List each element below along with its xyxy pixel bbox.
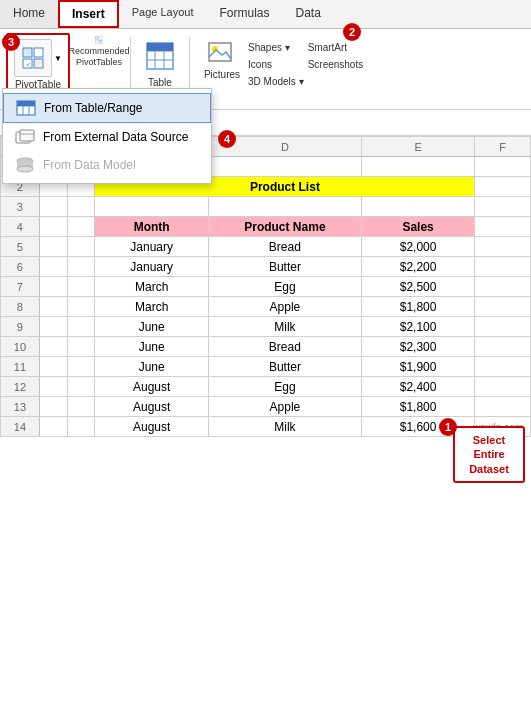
tab-insert[interactable]: Insert	[58, 0, 119, 28]
cell-d3[interactable]	[209, 197, 362, 217]
cell-c8[interactable]: March	[95, 297, 209, 317]
cell-a11[interactable]	[39, 357, 67, 377]
cell-c10[interactable]: June	[95, 337, 209, 357]
cell-a12[interactable]	[39, 377, 67, 397]
cell-f4[interactable]	[475, 217, 531, 237]
cell-b14[interactable]	[67, 417, 95, 437]
cell-f3[interactable]	[475, 197, 531, 217]
cell-b5[interactable]	[67, 237, 95, 257]
cell-e1[interactable]	[361, 157, 475, 177]
cell-a13[interactable]	[39, 397, 67, 417]
cell-f5[interactable]	[475, 237, 531, 257]
cell-e3[interactable]	[361, 197, 475, 217]
cell-f6[interactable]	[475, 257, 531, 277]
pivot-dropdown-caret[interactable]: ▼	[54, 54, 62, 63]
cell-b7[interactable]	[67, 277, 95, 297]
cell-d9[interactable]: Milk	[209, 317, 362, 337]
cell-f13[interactable]	[475, 397, 531, 417]
cell-c5[interactable]: January	[95, 237, 209, 257]
tab-formulas[interactable]: Formulas	[206, 0, 282, 28]
svg-text:↙: ↙	[26, 61, 31, 67]
row-12-num: 12	[1, 377, 40, 397]
icons-button[interactable]: Icons	[248, 56, 304, 73]
col-f-header[interactable]: F	[475, 137, 531, 157]
header-month[interactable]: Month	[95, 217, 209, 237]
cell-f2[interactable]	[475, 177, 531, 197]
cell-d10[interactable]: Bread	[209, 337, 362, 357]
cell-f11[interactable]	[475, 357, 531, 377]
recommended-pivottables-button[interactable]: ? RecommendedPivotTables	[74, 33, 124, 71]
cell-e12[interactable]: $2,400	[361, 377, 475, 397]
cell-a8[interactable]	[39, 297, 67, 317]
cell-d14[interactable]: Milk	[209, 417, 362, 437]
cell-a3[interactable]	[39, 197, 67, 217]
cell-d11[interactable]: Butter	[209, 357, 362, 377]
cell-f7[interactable]	[475, 277, 531, 297]
pivot-table-button[interactable]: ↙	[14, 39, 52, 77]
cell-c13[interactable]: August	[95, 397, 209, 417]
cell-b10[interactable]	[67, 337, 95, 357]
svg-rect-3	[34, 59, 43, 68]
cell-a9[interactable]	[39, 317, 67, 337]
tab-home[interactable]: Home	[0, 0, 58, 28]
cell-f9[interactable]	[475, 317, 531, 337]
illustrations-group: Pictures Shapes ▾ Icons 3D Models ▾ Smar…	[196, 33, 367, 94]
cell-e13[interactable]: $1,800	[361, 397, 475, 417]
cell-b12[interactable]	[67, 377, 95, 397]
header-sales[interactable]: Sales	[361, 217, 475, 237]
cell-c6[interactable]: January	[95, 257, 209, 277]
cell-b9[interactable]	[67, 317, 95, 337]
cell-d12[interactable]: Egg	[209, 377, 362, 397]
cell-b13[interactable]	[67, 397, 95, 417]
cell-f12[interactable]	[475, 377, 531, 397]
cell-a4[interactable]	[39, 217, 67, 237]
badge-4: 4	[218, 130, 236, 148]
cell-a14[interactable]	[39, 417, 67, 437]
cell-b8[interactable]	[67, 297, 95, 317]
cell-e7[interactable]: $2,500	[361, 277, 475, 297]
cell-b11[interactable]	[67, 357, 95, 377]
cell-c11[interactable]: June	[95, 357, 209, 377]
cell-d13[interactable]: Apple	[209, 397, 362, 417]
cell-f1[interactable]	[475, 157, 531, 177]
pictures-button[interactable]: Pictures	[200, 37, 244, 82]
cell-f10[interactable]	[475, 337, 531, 357]
cell-e9[interactable]: $2,100	[361, 317, 475, 337]
row-5-num: 5	[1, 237, 40, 257]
cell-d1[interactable]	[209, 157, 362, 177]
cell-a7[interactable]	[39, 277, 67, 297]
cell-b6[interactable]	[67, 257, 95, 277]
cell-a6[interactable]	[39, 257, 67, 277]
cell-c9[interactable]: June	[95, 317, 209, 337]
cell-e11[interactable]: $1,900	[361, 357, 475, 377]
cell-a5[interactable]	[39, 237, 67, 257]
cell-a10[interactable]	[39, 337, 67, 357]
cell-c7[interactable]: March	[95, 277, 209, 297]
smartart-button[interactable]: SmartArt	[308, 39, 364, 56]
cell-b3[interactable]	[67, 197, 95, 217]
cell-e8[interactable]: $1,800	[361, 297, 475, 317]
cell-c12[interactable]: August	[95, 377, 209, 397]
col-e-header[interactable]: E	[361, 137, 475, 157]
cell-e10[interactable]: $2,300	[361, 337, 475, 357]
table-button[interactable]	[141, 37, 179, 75]
from-table-range-item[interactable]: From Table/Range	[3, 93, 211, 123]
screenshots-button[interactable]: Screenshots	[308, 56, 364, 73]
cell-d5[interactable]: Bread	[209, 237, 362, 257]
cell-d7[interactable]: Egg	[209, 277, 362, 297]
cell-d8[interactable]: Apple	[209, 297, 362, 317]
cell-b4[interactable]	[67, 217, 95, 237]
tab-page-layout[interactable]: Page Layout	[119, 0, 207, 28]
cell-c14[interactable]: August	[95, 417, 209, 437]
tab-data[interactable]: Data	[283, 0, 334, 28]
cell-d6[interactable]: Butter	[209, 257, 362, 277]
cell-e6[interactable]: $2,200	[361, 257, 475, 277]
shapes-button[interactable]: Shapes ▾	[248, 39, 304, 56]
cell-f8[interactable]	[475, 297, 531, 317]
threed-button[interactable]: 3D Models ▾	[248, 73, 304, 90]
cell-e5[interactable]: $2,000	[361, 237, 475, 257]
from-external-item[interactable]: From External Data Source	[3, 123, 211, 151]
pictures-label: Pictures	[204, 69, 240, 80]
cell-c3[interactable]	[95, 197, 209, 217]
header-product[interactable]: Product Name	[209, 217, 362, 237]
